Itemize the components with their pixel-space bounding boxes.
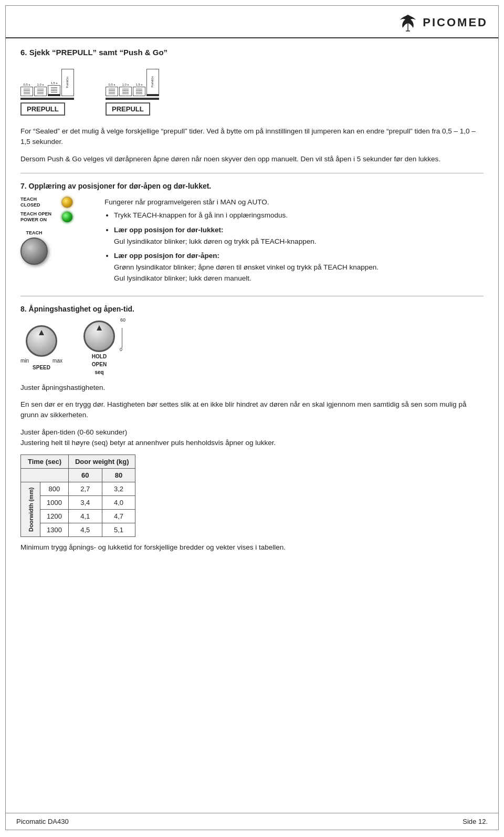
underline-1 — [20, 98, 74, 100]
teach-instructions: Fungerer når programvelgeren står i MAN … — [104, 197, 484, 287]
prepull-diagram-1: 0,5 s 1,0 s — [20, 65, 74, 116]
speed-knob[interactable] — [26, 325, 57, 357]
prepull-diagrams: 0,5 s 1,0 s — [20, 65, 484, 116]
pushgo-dial-2: x Push&Go — [146, 65, 159, 96]
dial-1: 0,5 s — [20, 83, 33, 96]
speed-knob-arrow-icon — [39, 330, 44, 335]
hold-open-area: 60 0 HOLD OPEN seq — [83, 321, 115, 375]
teach-bullet2-title: Lær opp posisjon for dør-lukket: — [114, 226, 224, 234]
speed-max-label: max — [52, 358, 62, 364]
section7-title: 7. Opplæring av posisjoner for dør-åpen … — [20, 182, 484, 190]
main-content: 6. Sjekk “PREPULL” samt “Push & Go” 0,5 … — [6, 38, 498, 591]
teach-bullet3-title: Lær opp posisjon for dør-åpen: — [114, 252, 219, 260]
teach-button[interactable] — [20, 237, 48, 265]
speed-label: SPEED — [33, 365, 50, 370]
table-col60-cell: 4,1 — [68, 510, 102, 523]
footer-right: Side 12. — [463, 818, 488, 825]
speed-diagrams: min max SPEED 60 0 HOLD OPEN seq — [20, 321, 484, 375]
divider-7-8 — [20, 296, 484, 296]
table-col80-header: 80 — [102, 469, 135, 482]
teach-bullet3-body: Grønn lysindikator blinker; åpne døren t… — [114, 263, 379, 271]
prepull-label-1: PREPULL — [20, 102, 65, 116]
section6-title: 6. Sjekk “PREPULL” samt “Push & Go” — [20, 48, 484, 57]
hold-open-text2: OPEN — [92, 361, 107, 367]
header: PICOMED — [6, 6, 498, 38]
teach-open-label: TEACH OPEN POWER ON — [20, 211, 57, 223]
teach-button-area: TEACH — [20, 230, 48, 265]
teach-closed-led — [61, 197, 73, 208]
table-col60-cell: 4,5 — [68, 523, 102, 537]
table-col60-header: 60 — [68, 469, 102, 482]
table-width-cell: 1300 — [40, 523, 69, 537]
section8-para2: En sen dør er en trygg dør. Hastigheten … — [20, 399, 484, 421]
teach-bullets: Trykk TEACH-knappen for å gå inn i opplæ… — [114, 210, 484, 284]
table-row-header: Doorwidth (mm) — [21, 482, 40, 537]
teach-open-led — [61, 211, 73, 223]
teach-bullet3-extra: Gul lysindikator blinker; lukk døren man… — [114, 274, 251, 282]
teach-bullet2: Lær opp posisjon for dør-lukket: Gul lys… — [114, 224, 484, 247]
door-weight-table: Time (sec) Door weight (kg) 60 80 Doorwi… — [20, 454, 135, 537]
table-width-cell: 1000 — [40, 496, 69, 510]
table-width-cell: 800 — [40, 482, 69, 496]
teach-bullet3: Lær opp posisjon for dør-åpen: Grønn lys… — [114, 250, 484, 284]
hold-open-labels: HOLD OPEN seq — [92, 354, 107, 375]
section8-para1: Juster åpningshastigheten. — [20, 383, 484, 393]
hold-open-knob[interactable] — [83, 321, 115, 352]
hold-open-scale-line — [122, 328, 122, 348]
teach-button-label: TEACH — [26, 230, 43, 235]
table-col80-cell: 4,0 — [102, 496, 135, 510]
prepull-label-2: PREPULL — [106, 102, 150, 116]
section8-para3: Juster åpen-tiden (0-60 sekunder) Juster… — [20, 427, 484, 449]
hold-open-arrow-icon — [97, 325, 102, 330]
table-door-weight-header: Door weight (kg) — [68, 455, 135, 469]
logo-text: PICOMED — [423, 16, 488, 29]
dial-2: 1,0 s — [34, 83, 47, 96]
dial-2-1: 0,5 s — [106, 83, 118, 96]
pushgo-dial-1: x Push&Go — [61, 65, 74, 96]
page-border: PICOMED 6. Sjekk “PREPULL” samt “Push & … — [5, 5, 499, 830]
dial-3: 1,5 s — [48, 81, 60, 96]
teach-intro: Fungerer når programvelgeren står i MAN … — [104, 197, 484, 208]
speed-min-max: min max — [20, 358, 62, 364]
dial-2-3: 1,5 s — [133, 83, 145, 96]
teach-closed-row: TEACH CLOSED — [20, 197, 73, 208]
hold-open-text: HOLD — [92, 354, 107, 359]
page-footer: Picomatic DA430 Side 12. — [6, 813, 498, 830]
underline-2 — [106, 98, 159, 100]
logo-area: PICOMED — [397, 12, 488, 33]
section6-para1: For “Sealed” er det mulig å velge forskj… — [20, 126, 484, 148]
table-col80-cell: 3,2 — [102, 482, 135, 496]
teach-bullet1: Trykk TEACH-knappen for å gå inn i opplæ… — [114, 210, 484, 221]
dial-group-2: 0,5 s 1,0 s — [106, 65, 159, 96]
section6-para2: Dersom Push & Go velges vil døråpneren å… — [20, 154, 484, 164]
footer-left: Picomatic DA430 — [16, 818, 69, 825]
prepull-diagram-2: 0,5 s 1,0 s — [106, 65, 159, 116]
picomed-bird-icon — [397, 12, 418, 33]
teach-indicators: TEACH CLOSED TEACH OPEN POWER ON TEACH — [20, 197, 94, 265]
teach-open-row: TEACH OPEN POWER ON — [20, 211, 73, 223]
hold-open-scale-zero: 0 — [120, 347, 122, 352]
section8-title: 8. Åpningshastighet og åpen-tid. — [20, 305, 484, 313]
hold-open-scale-max: 60 — [120, 317, 125, 323]
teach-bullet2-body: Gul lysindikator blinker; lukk døren og … — [114, 237, 316, 245]
table-col80-cell: 5,1 — [102, 523, 135, 537]
dial-group-1: 0,5 s 1,0 s — [20, 65, 74, 96]
teach-section: TEACH CLOSED TEACH OPEN POWER ON TEACH — [20, 197, 484, 287]
table-col60-cell: 3,4 — [68, 496, 102, 510]
table-empty-header — [21, 469, 69, 482]
speed-min-label: min — [20, 358, 29, 364]
table-time-header: Time (sec) — [21, 455, 69, 469]
divider-6-7 — [20, 173, 484, 173]
speed-knob-area: min max SPEED — [20, 325, 62, 370]
section8-table-caption: Minimum trygg åpnings- og lukketid for f… — [20, 542, 484, 553]
dial-2-2: 1,0 s — [119, 83, 132, 96]
table-col80-cell: 4,7 — [102, 510, 135, 523]
teach-closed-label: TEACH CLOSED — [20, 197, 57, 208]
table-col60-cell: 2,7 — [68, 482, 102, 496]
table-width-cell: 1200 — [40, 510, 69, 523]
hold-open-seq: seq — [94, 369, 103, 375]
